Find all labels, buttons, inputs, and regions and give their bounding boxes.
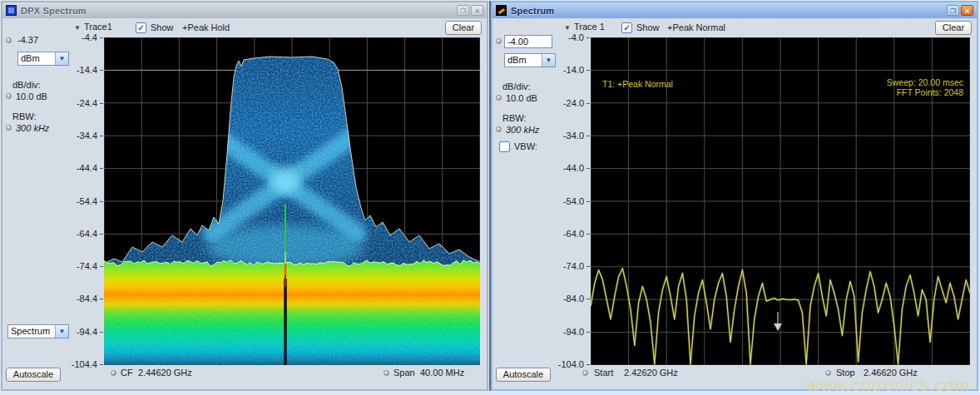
spec-show-checkbox[interactable]: ✓ — [621, 22, 632, 33]
spec-detector-label: +Peak Normal — [667, 22, 725, 32]
trace-annotation: T1: +Peak Normal — [602, 79, 673, 89]
dpx-show-checkbox[interactable]: ✓ — [136, 22, 146, 33]
tick-mark — [587, 266, 590, 267]
y-axis-tick-label: -84.0 — [544, 294, 584, 304]
knob-icon[interactable] — [496, 38, 502, 44]
tick-mark — [587, 201, 590, 202]
spec-autoscale-button[interactable]: Autoscale — [496, 368, 551, 382]
dpx-dbdiv-value[interactable]: 10.0 dB — [16, 91, 47, 101]
dpx-rbw-label: RBW: — [12, 111, 37, 121]
spec-unit-value: dBm — [505, 54, 542, 67]
dpx-window-title: DPX Spectrum — [21, 6, 87, 16]
dpx-content: ▼Trace1 ✓ Show +Peak Hold Clear -4.37 dB… — [2, 18, 487, 389]
spec-show-label: Show — [636, 22, 660, 32]
spec-trace-label: Trace 1 — [574, 22, 605, 32]
spec-start-label: Start — [594, 368, 613, 378]
knob-icon[interactable] — [6, 125, 12, 131]
spectrum-titlebar[interactable]: Spectrum ❐ ✕ — [492, 2, 977, 18]
dpx-cf-value[interactable]: 2.44620 GHz — [138, 368, 192, 378]
y-axis-tick-label: -64.0 — [544, 229, 584, 239]
tick-mark — [587, 299, 590, 299]
tick-mark — [587, 168, 590, 169]
dpx-titlebar[interactable]: DPX Spectrum ❐ ✕ — [2, 2, 487, 18]
spec-dbdiv-label: dB/div: — [502, 81, 531, 91]
y-axis-tick-label: -74.4 — [57, 261, 97, 271]
y-axis-tick-label: -104.0 — [544, 359, 584, 369]
y-axis-tick-label: -34.4 — [57, 131, 97, 141]
dpx-autoscale-button[interactable]: Autoscale — [6, 368, 61, 382]
spec-rbw-value[interactable]: 300 kHz — [506, 125, 539, 135]
dpx-unit-combobox[interactable]: dBm ▼ — [17, 52, 69, 66]
sweep-text: Sweep: 20.00 msec — [887, 77, 963, 87]
dpx-trace-label: Trace1 — [84, 22, 112, 32]
restore-icon[interactable]: ❐ — [947, 5, 959, 16]
spectrum-plot-area[interactable]: T1: +Peak Normal Sweep: 20.00 msec FFT P… — [591, 37, 970, 365]
dpx-app-icon — [6, 5, 17, 16]
fft-points-text: FFT Points: 2048 — [897, 87, 963, 97]
tick-mark — [100, 70, 103, 71]
tick-mark — [587, 70, 590, 71]
dpx-rbw-value[interactable]: 300 kHz — [16, 123, 49, 133]
dpx-span-label: Span — [393, 368, 415, 378]
chevron-down-icon: ▼ — [55, 52, 68, 65]
spec-start-value[interactable]: 2.42620 GHz — [624, 368, 678, 378]
dpx-unit-value: dBm — [18, 52, 55, 65]
y-axis-tick-label: -34.0 — [544, 131, 584, 141]
knob-icon[interactable] — [384, 370, 389, 376]
restore-icon[interactable]: ❐ — [457, 5, 469, 16]
tick-mark — [587, 37, 590, 38]
knob-icon[interactable] — [496, 95, 502, 101]
spec-rbw-label: RBW: — [502, 113, 527, 123]
spec-clear-button[interactable]: Clear — [935, 21, 972, 35]
dpx-span-value[interactable]: 40.00 MHz — [420, 368, 464, 378]
dpx-show-label: Show — [151, 22, 174, 32]
y-axis-tick-label: -4.0 — [544, 32, 584, 42]
close-icon[interactable]: ✕ — [961, 5, 973, 16]
y-axis-tick-label: -24.4 — [57, 98, 97, 108]
dpx-clear-button[interactable]: Clear — [445, 21, 482, 35]
tick-mark — [100, 168, 103, 169]
desktop: { "watermark": "www.cntronics.com", "dpx… — [0, 0, 980, 395]
knob-icon[interactable] — [582, 370, 588, 376]
knob-icon[interactable] — [6, 37, 12, 43]
dpx-cf-label: CF — [121, 368, 133, 378]
spec-dbdiv-value[interactable]: 10.0 dB — [506, 93, 537, 103]
tick-mark — [100, 234, 103, 235]
spec-trace-selector[interactable]: ▼Trace 1 — [564, 22, 605, 32]
knob-icon[interactable] — [6, 93, 12, 99]
chevron-down-icon: ▼ — [564, 24, 571, 32]
chevron-down-icon: ▼ — [74, 24, 81, 32]
tick-mark — [100, 266, 103, 267]
spectrum-window-title: Spectrum — [511, 6, 554, 16]
spec-vbw-label: VBW: — [514, 141, 537, 151]
tick-mark — [100, 103, 103, 104]
y-axis-tick-label: -14.0 — [544, 65, 584, 75]
dpx-persistence-display — [104, 37, 480, 365]
tick-mark — [100, 136, 103, 136]
spec-vbw-checkbox[interactable] — [499, 141, 510, 152]
y-axis-tick-label: -64.4 — [57, 229, 97, 239]
tick-mark — [587, 332, 590, 333]
tick-mark — [100, 37, 103, 38]
spectrum-app-icon — [496, 5, 507, 16]
dpx-spectrum-window: DPX Spectrum ❐ ✕ ▼Trace1 ✓ Show +Peak Ho… — [1, 1, 488, 391]
dpx-detector-label: +Peak Hold — [182, 22, 230, 32]
knob-icon[interactable] — [111, 370, 116, 376]
sweep-annotation: Sweep: 20.00 msec FFT Points: 2048 — [887, 77, 963, 97]
y-axis-tick-label: -74.0 — [544, 261, 584, 271]
dpx-dbdiv-label: dB/div: — [12, 80, 41, 90]
dpx-trace-selector[interactable]: ▼Trace1 — [74, 22, 112, 32]
y-axis-tick-label: -84.4 — [57, 294, 97, 304]
y-axis-tick-label: -4.4 — [57, 32, 97, 42]
dpx-plot-area[interactable] — [104, 37, 480, 365]
dpx-ref-level-value[interactable]: -4.37 — [17, 35, 38, 45]
y-axis-tick-label: -94.0 — [544, 327, 584, 337]
y-axis-tick-label: -54.4 — [57, 196, 97, 206]
tick-mark — [100, 299, 103, 299]
y-axis-tick-label: -104.4 — [57, 359, 97, 369]
watermark: www.cntronics.com — [806, 375, 970, 395]
dpx-display-mode-value: Spectrum — [8, 325, 55, 338]
knob-icon[interactable] — [496, 126, 502, 132]
close-icon[interactable]: ✕ — [471, 5, 483, 16]
spectrum-window: Spectrum ❐ ✕ ▼Trace 1 ✓ Show +Peak Norma… — [491, 1, 978, 391]
